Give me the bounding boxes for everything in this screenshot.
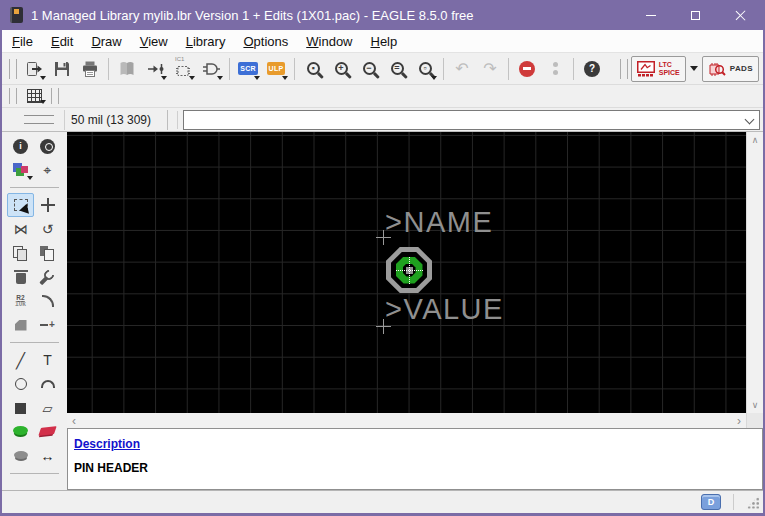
tool-copy[interactable] [7,241,34,265]
toolbar-grip[interactable] [9,88,17,104]
tool-rotate[interactable]: ↺ [34,217,61,241]
save-button[interactable] [49,56,75,82]
tool-mark[interactable]: ⌖ [34,158,61,182]
scroll-left-icon[interactable]: ‹ [72,414,76,428]
measure-icon: ↔ [41,449,55,463]
hscroll-row: ‹ › [67,413,763,428]
ltc-dropdown-button[interactable] [686,56,702,82]
managed-library-status-icon[interactable]: D [701,494,721,510]
tool-delete[interactable] [7,265,34,289]
go-button[interactable] [542,56,568,82]
command-line-input[interactable] [183,110,760,130]
zoom-fit-button[interactable]: ▪ [300,56,326,82]
zoom-out-button[interactable]: − [356,56,382,82]
ltc-spice-button[interactable]: LTCSPICE [631,56,686,82]
help-button[interactable]: ? [579,56,605,82]
tool-measure[interactable]: ↔ [34,444,61,468]
editor-content: >NAME >VALUE ∧ ∨ [67,132,763,490]
pads-button[interactable]: PADS [702,56,759,82]
menu-file[interactable]: File [3,31,42,52]
command-line [183,110,760,130]
tool-mirror[interactable]: ⋈ [7,217,34,241]
package-canvas[interactable]: >NAME >VALUE [67,132,746,413]
maximize-button[interactable] [673,0,718,30]
redo-button[interactable]: ↷ [477,56,503,82]
menu-help[interactable]: Help [362,31,407,52]
menu-edit[interactable]: Edit [42,31,82,52]
tool-miter-straight[interactable] [7,313,34,337]
package-label: IC1 [175,56,184,62]
tool-arc[interactable] [34,372,61,396]
undo-button[interactable]: ↶ [449,56,475,82]
minimize-button[interactable] [628,0,673,30]
copy-icon [13,246,28,260]
action-toolbar: IC1 SCR ULP ▪ + − = ▫ ↶ ↷ ? [2,53,763,85]
tool-text[interactable]: T [34,348,61,372]
scroll-up-icon[interactable]: ∧ [752,135,759,145]
vertical-scrollbar[interactable]: ∧ ∨ [746,132,763,413]
script-button[interactable]: SCR [235,56,261,82]
undo-icon: ↶ [455,61,468,77]
library-button[interactable] [114,56,140,82]
tool-paste[interactable] [34,241,61,265]
tool-group-select[interactable] [7,193,34,217]
toolbar-grip[interactable] [9,59,17,79]
tool-display-layers[interactable] [7,158,34,182]
tool-info[interactable]: i [7,134,34,158]
tool-wire[interactable]: ╱ [7,348,34,372]
toolbar-handle-icon[interactable] [24,115,54,124]
partner-buttons: LTCSPICE PADS [617,56,759,82]
pin-button[interactable] [142,56,168,82]
redo-icon: ↷ [483,61,496,77]
print-button[interactable] [77,56,103,82]
toolbar-grip[interactable] [620,59,628,79]
open-export-button[interactable] [21,56,47,82]
menu-window[interactable]: Window [297,31,361,52]
help-icon: ? [584,61,600,77]
menu-draw[interactable]: Draw [82,31,130,52]
polygon-icon: ▱ [43,402,53,415]
paste-icon [40,246,55,260]
sidebar-separator [10,473,59,474]
tool-split[interactable]: + [34,313,61,337]
menu-options[interactable]: Options [234,31,297,52]
tool-hole[interactable] [7,444,34,468]
tool-name-value[interactable]: R210k [7,289,34,313]
scroll-down-icon[interactable]: ∨ [752,400,759,410]
zoom-select-button[interactable]: ▫ [412,56,438,82]
dropdown-caret-icon [161,76,167,80]
device-button[interactable] [198,56,224,82]
dropdown-caret-icon [189,76,195,80]
tool-smd[interactable] [34,420,61,444]
description-link[interactable]: Description [74,437,140,451]
menu-view[interactable]: View [131,31,177,52]
grid-button[interactable] [21,86,47,106]
tool-miter-round[interactable] [34,289,61,313]
resize-grip[interactable] [746,496,759,509]
stop-button[interactable] [514,56,540,82]
scroll-right-icon[interactable]: › [737,414,741,428]
app-library-icon [10,7,23,23]
separator [177,111,178,129]
selection-cursor-icon [14,199,28,211]
horizontal-scrollbar[interactable]: ‹ › [67,413,746,428]
round-corner-icon [42,295,54,307]
tool-move[interactable] [34,193,61,217]
tool-rect[interactable] [7,396,34,420]
close-button[interactable] [718,0,763,30]
tool-pad[interactable] [7,420,34,444]
tool-show[interactable] [34,134,61,158]
wire-icon: ╱ [16,353,25,368]
toolbar-grip[interactable] [51,88,59,104]
tool-polygon[interactable]: ▱ [34,396,61,420]
zoom-redraw-button[interactable]: = [384,56,410,82]
tool-change[interactable] [34,265,61,289]
value-placeholder-text[interactable]: >VALUE [385,295,504,324]
pad-1[interactable] [386,247,432,293]
package-button[interactable]: IC1 [170,56,196,82]
zoom-in-button[interactable]: + [328,56,354,82]
tool-circle[interactable] [7,372,34,396]
name-placeholder-text[interactable]: >NAME [385,208,493,237]
ulp-button[interactable]: ULP [263,56,289,82]
menu-library[interactable]: Library [177,31,235,52]
